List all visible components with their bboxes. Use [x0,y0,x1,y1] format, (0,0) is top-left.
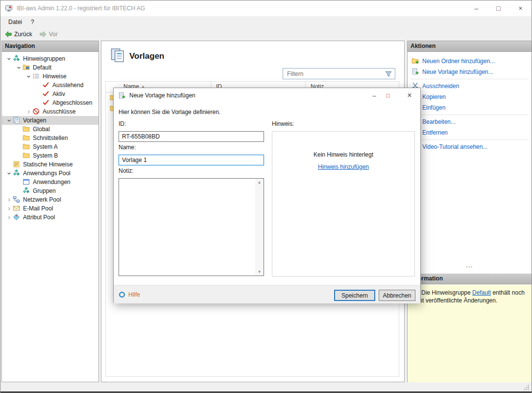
separator [411,115,529,115]
chevron-collapsed-icon[interactable] [5,213,13,221]
tree-item-email-pool[interactable]: E-Mail Pool [2,204,98,213]
tree-item-system-a[interactable]: System A [2,142,98,151]
action-ausschneiden[interactable]: Ausschneiden [408,81,532,92]
title-bar: IBI-aws Admin 1.22.0 - registriert für I… [0,0,532,16]
chevron-expanded-icon[interactable] [15,64,23,71]
actions-list: Neuen Ordner hinzufügen... Neue Vorlage … [408,52,532,152]
cancel-button[interactable]: Abbrechen [379,290,415,301]
navigation-toolbar: Zurück Vor [0,28,532,41]
default-group-link[interactable]: Default [472,289,491,296]
action-neuen-ordner-hinzufuegen[interactable]: Neuen Ordner hinzufügen... [408,56,532,67]
forward-arrow-icon [39,30,47,38]
back-arrow-icon [4,30,12,38]
id-field[interactable] [119,131,264,142]
chevron-expanded-icon[interactable] [24,72,32,80]
help-link[interactable]: Hilfe [119,285,140,304]
action-kopieren[interactable]: Kopieren [408,92,532,102]
folder-icon [23,125,30,133]
forward-label: Vor [49,31,58,38]
action-entfernen[interactable]: Entfernen [408,127,532,138]
minimize-button[interactable]: – [465,0,487,16]
group-diamonds-icon [13,55,21,63]
scroll-up-icon[interactable]: ▲ [258,180,262,185]
app-window: IBI-aws Admin 1.22.0 - registriert für I… [0,0,532,393]
tree-item-schnittstellen[interactable]: Schnittstellen [2,134,98,142]
folder-icon [23,143,30,151]
notiz-label: Notiz: [119,167,134,174]
check-red-icon [42,81,50,89]
dialog-close-button[interactable]: × [403,91,416,100]
tree-item-ausstehend[interactable]: Ausstehend [2,81,98,90]
page-title-row: Vorlagen [110,48,164,65]
navigation-header: Navigation [2,41,98,52]
hinweis-add-link[interactable]: Hinweis hinzufügen [318,163,369,170]
tree-item-statische-hinweise[interactable]: Statische Hinweise [2,160,98,169]
menu-help[interactable]: ? [26,16,39,28]
app-window-icon [23,178,30,186]
action-neue-vorlage-hinzufuegen[interactable]: Neue Vorlage hinzufügen... [408,67,532,77]
tree-item-default[interactable]: Default [2,63,98,72]
maximize-button[interactable]: □ [487,0,509,16]
tree-item-attribut-pool[interactable]: Attribut Pool [2,213,98,222]
information-text-prefix: Die Hinweisgruppe [421,289,472,296]
name-label: Name: [119,144,136,151]
page-title: Vorlagen [129,51,164,61]
chevron-spacer [15,134,23,142]
page-add-icon [118,92,125,99]
name-field[interactable] [119,155,264,165]
tree-item-netzwerk-pool[interactable]: Netzwerk Pool [2,195,98,204]
dialog-maximize-button[interactable]: □ [381,92,395,99]
tree-item-global[interactable]: Global [2,125,98,134]
back-label: Zurück [14,31,32,38]
forward-button[interactable]: Vor [36,29,61,40]
back-button[interactable]: Zurück [1,29,35,40]
tree-item-vorlagen[interactable]: Vorlagen [2,116,98,125]
action-einfuegen[interactable]: Einfügen [408,102,532,113]
chevron-collapsed-icon[interactable] [24,108,32,116]
menu-datei[interactable]: Datei [4,16,26,28]
dialog-footer: Hilfe Speichern Abbrechen [114,285,420,303]
filter-funnel-icon[interactable] [385,70,392,78]
chevron-expanded-icon[interactable] [5,55,13,63]
chevron-spacer [15,178,23,186]
chevron-expanded-icon[interactable] [5,116,13,124]
notiz-field[interactable] [119,179,255,276]
help-icon [119,291,125,298]
filter-input[interactable] [283,70,385,77]
check-red-icon [42,99,50,107]
network-icon [13,196,21,204]
scroll-down-icon[interactable]: ▼ [258,270,262,274]
page-add-icon [411,68,419,76]
window-title: IBI-aws Admin 1.22.0 - registriert für I… [17,5,145,12]
resize-grip[interactable] [523,384,530,390]
close-button[interactable]: × [509,0,532,16]
tree-item-system-b[interactable]: System B [2,151,98,160]
tree-item-hinweisgruppen[interactable]: Hinweisgruppen [2,54,98,63]
tree-item-gruppen[interactable]: Gruppen [2,186,98,195]
dialog-minimize-button[interactable]: – [367,92,381,99]
tree-item-aktiv[interactable]: Aktiv [2,90,98,98]
notiz-scrollbar[interactable]: ▲ ▼ [255,179,264,276]
information-header: Information [408,274,532,284]
group-diamonds-icon [13,169,21,177]
actions-overflow-indicator: ... [408,261,532,269]
save-button[interactable]: Speichern [334,290,375,301]
tree-item-hinweise[interactable]: Hinweise [2,72,98,81]
chevron-collapsed-icon[interactable] [5,196,13,204]
chevron-collapsed-icon[interactable] [5,205,13,212]
tree-item-abgeschlossen[interactable]: Abgeschlossen [2,98,98,107]
note-icon [13,161,21,168]
chevron-expanded-icon[interactable] [5,169,13,177]
hinweis-preview-box: Kein Hinweis hinterlegt Hinweis hinzufüg… [272,131,415,277]
action-video-tutorial-ansehen[interactable]: Video-Tutorial ansehen... [408,141,532,152]
tree-item-anwendungen[interactable]: Anwendungen [2,178,98,186]
tree-item-anwendungs-pool[interactable]: Anwendungs Pool [2,169,98,178]
window-controls: – □ × [465,0,532,16]
chevron-spacer [15,125,23,133]
action-bearbeiten[interactable]: Bearbeiten... [408,116,532,127]
folder-icon [23,134,30,142]
tree-item-ausschluesse[interactable]: Ausschlüsse [2,107,98,116]
chevron-spacer [15,152,23,160]
actions-panel: Aktionen Neuen Ordner hinzufügen... Neue… [407,41,532,382]
status-bar [0,382,532,392]
